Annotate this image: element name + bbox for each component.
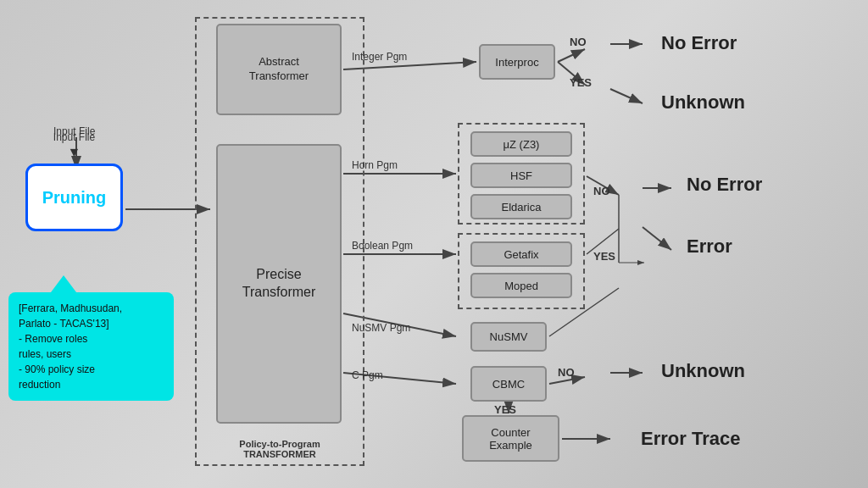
tooltip-line5: - 90% policy size (19, 363, 95, 375)
tooltip-line6: reduction (19, 379, 60, 391)
input-file-text: Input File (25, 131, 123, 143)
tooltip-line3: - Remove roles (19, 333, 87, 345)
yes2-label: YES (593, 250, 615, 263)
c-pgm-label: C Pgm (352, 369, 383, 381)
interproc-box: Interproc (479, 44, 555, 80)
outer-transformer-label: Policy-to-Program TRANSFORMER (239, 439, 320, 459)
nusmv-pgm-label: NuSMV Pgm (352, 322, 410, 334)
no-error-top-label: No Error (661, 32, 737, 54)
svg-line-5 (558, 49, 585, 62)
eldarica-box: Eldarica (470, 194, 572, 219)
no2-label: NO (593, 185, 610, 197)
error-label: Error (687, 236, 732, 258)
arrows-svg (0, 0, 868, 488)
policy-program-label: Policy-to-Program (239, 439, 320, 449)
diagram: Input File Input File ▼ Pruning [Ferrara… (0, 0, 868, 488)
boolean-pgm-label: Boolean Pgm (352, 240, 413, 252)
precise-transformer-label: PreciseTransformer (242, 266, 316, 302)
pruning-box[interactable]: Pruning (25, 164, 123, 231)
getafix-box: Getafix (470, 241, 572, 267)
transformer-label: TRANSFORMER (243, 449, 316, 459)
yes3-label: YES (494, 403, 516, 416)
tooltip-line2: Parlato - TACAS'13] (19, 318, 109, 330)
abstract-transformer-label: AbstractTransformer (249, 55, 309, 84)
precise-transformer-box: PreciseTransformer (216, 144, 342, 424)
svg-line-8 (610, 89, 643, 103)
pruning-section: Input File ▼ Pruning (25, 131, 123, 231)
moped-box: Moped (470, 273, 572, 298)
muz-box: μZ (Z3) (470, 131, 572, 157)
cbmc-box: CBMC (470, 366, 547, 402)
hsf-box: HSF (470, 163, 572, 188)
yes1-label: YES (570, 76, 592, 89)
tooltip-line4: rules, users (19, 348, 71, 360)
counter-example-label: CounterExample (489, 426, 532, 452)
unknown-top-label: Unknown (661, 92, 745, 114)
integer-pgm-label: Integer Pgm (352, 51, 407, 63)
unknown-bot-label: Unknown (661, 360, 745, 382)
tooltip-bubble: [Ferrara, Madhusudan, Parlato - TACAS'13… (8, 292, 174, 401)
horn-pgm-label: Horn Pgm (352, 159, 398, 171)
no3-label: NO (558, 366, 575, 379)
no-error-mid-label: No Error (687, 174, 762, 196)
no1-label: NO (570, 36, 587, 48)
tooltip-line1: [Ferrara, Madhusudan, (19, 302, 122, 314)
svg-line-12 (643, 227, 671, 250)
arrow-down-icon: ▼ (25, 145, 123, 160)
nusmv-box: NuSMV (470, 322, 547, 352)
counter-example-box: CounterExample (462, 415, 559, 462)
abstract-transformer-box: AbstractTransformer (216, 24, 342, 115)
error-trace-label: Error Trace (641, 428, 740, 450)
